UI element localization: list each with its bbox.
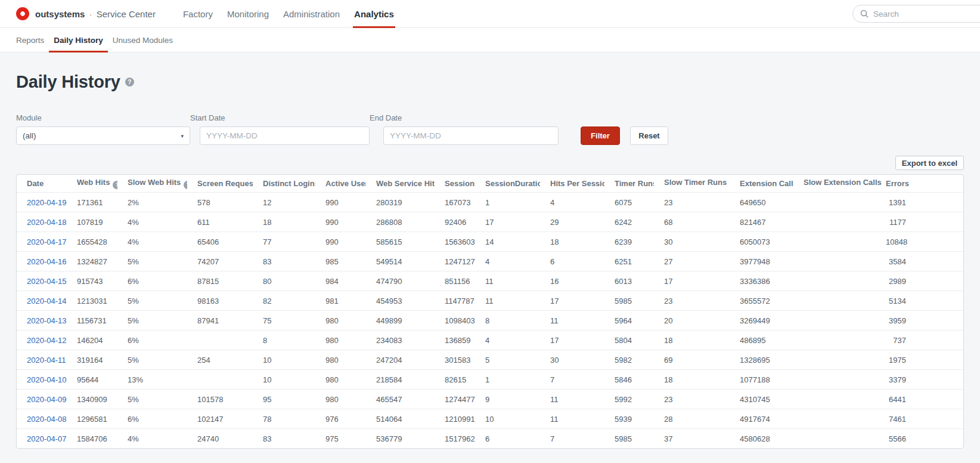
cell-web-hits: 915743 — [67, 271, 117, 291]
end-date-input[interactable] — [383, 126, 559, 145]
cell-extension-calls: 3655572 — [730, 291, 793, 310]
cell-slow-web-hits: 5% — [117, 350, 187, 369]
cell-active-users: 981 — [315, 291, 366, 310]
export-to-excel-button[interactable]: Export to excel — [895, 156, 964, 170]
cell-hits-per-session: 7 — [540, 428, 604, 448]
cell-screen-requests: 87815 — [187, 271, 253, 291]
search-box[interactable] — [852, 5, 980, 23]
date-link[interactable]: 2020-04-19 — [27, 198, 67, 207]
table-row: 2020-04-121462046%8980234083136859417580… — [17, 330, 963, 350]
cell-timer-runs: 6251 — [604, 251, 654, 271]
date-link[interactable]: 2020-04-16 — [27, 257, 67, 266]
nav-item-factory[interactable]: Factory — [176, 0, 220, 28]
cell-distinct-logins: 10 — [253, 350, 315, 369]
search-input[interactable] — [873, 10, 980, 18]
date-link[interactable]: 2020-04-11 — [27, 356, 66, 365]
cell-sessionduration: 1 — [475, 192, 540, 212]
cell-web-hits: 1324827 — [67, 251, 117, 271]
cell-distinct-logins: 80 — [253, 271, 315, 291]
cell-active-users: 980 — [315, 330, 366, 350]
cell-timer-runs: 6242 — [604, 212, 654, 232]
cell-slow-web-hits: 5% — [117, 291, 187, 310]
cell-sessionduration: 4 — [475, 251, 540, 271]
column-header-sessions: Sessions — [435, 175, 475, 192]
cell-web-service-hits: 514064 — [366, 409, 435, 428]
column-label: Date — [27, 179, 44, 188]
search-icon — [860, 10, 869, 18]
date-link[interactable]: 2020-04-14 — [27, 297, 67, 305]
nav-item-monitoring[interactable]: Monitoring — [220, 0, 276, 28]
cell-timer-runs: 5982 — [604, 350, 654, 369]
date-link[interactable]: 2020-04-08 — [27, 415, 67, 424]
cell-distinct-logins: 83 — [253, 428, 315, 448]
cell-slow-extension-calls — [793, 212, 885, 232]
cell-timer-runs: 5992 — [604, 389, 654, 409]
outsystems-logo-icon — [16, 7, 29, 20]
cell-extension-calls: 4580628 — [730, 428, 793, 448]
cell-web-service-hits: 280319 — [366, 192, 435, 212]
date-cell: 2020-04-17 — [17, 232, 67, 251]
column-header-date: Date — [17, 175, 67, 192]
cell-sessions: 1274477 — [435, 389, 475, 409]
cell-active-users: 980 — [315, 310, 366, 330]
date-link[interactable]: 2020-04-17 — [27, 237, 67, 246]
cell-extension-calls: 486895 — [730, 330, 793, 350]
cell-extension-calls: 4310745 — [730, 389, 793, 409]
date-link[interactable]: 2020-04-07 — [27, 434, 67, 443]
cell-web-service-hits: 465547 — [366, 389, 435, 409]
table-row: 2020-04-0715847064%247408397553677915179… — [17, 428, 963, 448]
table-row: 2020-04-1613248275%742078398554951412471… — [17, 251, 963, 271]
subnav-item-reports[interactable]: Reports — [16, 28, 49, 53]
cell-web-service-hits: 474790 — [366, 271, 435, 291]
reset-button[interactable]: Reset — [630, 126, 668, 145]
help-icon[interactable]: ? — [113, 181, 117, 189]
cell-timer-runs: 5985 — [604, 291, 654, 310]
cell-screen-requests — [187, 369, 253, 389]
cell-sessionduration: 8 — [475, 310, 540, 330]
subnav-item-unused-modules[interactable]: Unused Modules — [108, 28, 178, 53]
date-link[interactable]: 2020-04-12 — [27, 336, 67, 345]
module-label: Module — [16, 113, 190, 122]
column-label: Timer Runs — [615, 179, 654, 188]
date-link[interactable]: 2020-04-10 — [27, 375, 67, 384]
nav-item-analytics[interactable]: Analytics — [347, 0, 401, 28]
date-cell: 2020-04-13 — [17, 310, 67, 330]
cell-sessionduration: 1 — [475, 369, 540, 389]
table-row: 2020-04-159157436%8781580984474790851156… — [17, 271, 963, 291]
cell-extension-calls: 3336386 — [730, 271, 793, 291]
date-link[interactable]: 2020-04-18 — [27, 218, 67, 227]
column-header-hits-per-session: Hits Per Session — [540, 175, 604, 192]
cell-slow-timer-runs: 23 — [654, 291, 730, 310]
cell-extension-calls: 821467 — [730, 212, 793, 232]
date-link[interactable]: 2020-04-13 — [27, 316, 67, 325]
module-select[interactable]: (all) ▾ — [16, 126, 190, 145]
cell-web-hits: 1340909 — [67, 389, 117, 409]
cell-slow-timer-runs: 37 — [654, 428, 730, 448]
table-row: 2020-04-1716554284%654067799058561515636… — [17, 232, 963, 251]
nav-item-administration[interactable]: Administration — [276, 0, 347, 28]
date-link[interactable]: 2020-04-09 — [27, 395, 67, 404]
export-row: Export to excel — [16, 156, 964, 170]
date-cell: 2020-04-12 — [17, 330, 67, 350]
column-header-slow-extension-calls: Slow Extension Calls? — [793, 175, 885, 192]
cell-distinct-logins: 75 — [253, 310, 315, 330]
cell-slow-timer-runs: 18 — [654, 330, 730, 350]
date-link[interactable]: 2020-04-15 — [27, 277, 67, 286]
subnav-item-daily-history[interactable]: Daily History — [49, 28, 108, 53]
cell-sessions: 167073 — [435, 192, 475, 212]
cell-hits-per-session: 29 — [540, 212, 604, 232]
start-date-input[interactable] — [200, 126, 370, 145]
cell-errors: 737 — [885, 330, 963, 350]
cell-errors: 3959 — [885, 310, 963, 330]
cell-active-users: 976 — [315, 409, 366, 428]
cell-slow-extension-calls — [793, 330, 885, 350]
cell-active-users: 980 — [315, 350, 366, 369]
cell-extension-calls: 3977948 — [730, 251, 793, 271]
cell-hits-per-session: 11 — [540, 389, 604, 409]
filter-button[interactable]: Filter — [581, 126, 620, 145]
page-help-icon[interactable]: ? — [125, 78, 134, 87]
help-icon[interactable]: ? — [184, 181, 187, 189]
cell-web-service-hits: 454953 — [366, 291, 435, 310]
cell-slow-web-hits: 2% — [117, 192, 187, 212]
cell-screen-requests — [187, 330, 253, 350]
